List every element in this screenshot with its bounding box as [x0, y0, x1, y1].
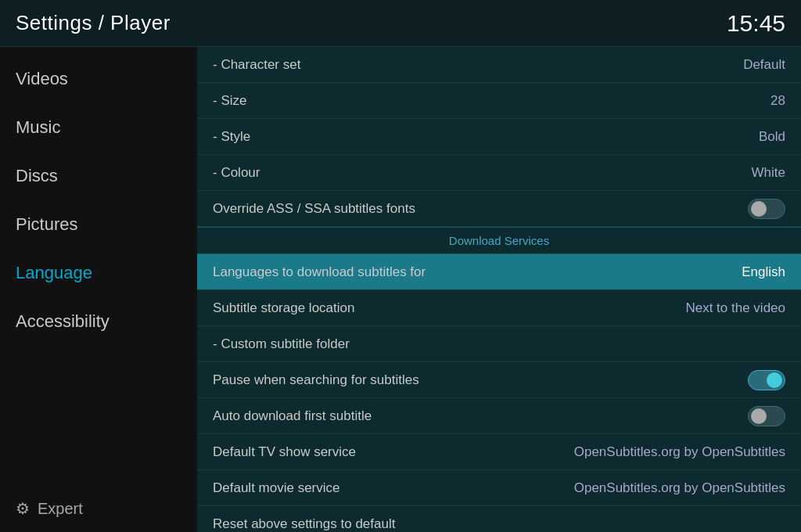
row-label: - Custom subtitle folder	[213, 336, 350, 352]
row-value: OpenSubtitles.org by OpenSubtitles	[574, 444, 785, 460]
row-label: Auto download first subtitle	[213, 408, 372, 424]
section-header-download: Download Services	[197, 227, 801, 254]
row-label: - Size	[213, 93, 246, 109]
row-label: Reset above settings to default	[213, 516, 395, 532]
toggle-knob	[767, 372, 782, 388]
sidebar-item-language[interactable]: Language	[0, 249, 197, 297]
toggle-auto-download[interactable]	[748, 406, 785, 426]
toggle-knob	[751, 408, 767, 424]
section-header-label: Download Services	[449, 234, 549, 247]
row-value: 28	[770, 93, 785, 109]
toggle-override-ass[interactable]	[748, 199, 785, 219]
toggle-knob	[751, 201, 767, 217]
sidebar: Videos Music Discs Pictures Language Acc…	[0, 47, 197, 532]
header: Settings / Player 15:45	[0, 0, 801, 47]
row-pause-searching[interactable]: Pause when searching for subtitles	[197, 362, 801, 398]
row-value: English	[742, 264, 785, 280]
sidebar-expert[interactable]: ⚙ Expert	[0, 485, 197, 532]
sidebar-item-music[interactable]: Music	[0, 103, 197, 152]
gear-icon: ⚙	[16, 499, 30, 518]
row-label: Default TV show service	[213, 444, 356, 460]
main-layout: Videos Music Discs Pictures Language Acc…	[0, 47, 801, 532]
row-custom-subtitle-folder[interactable]: - Custom subtitle folder	[197, 326, 801, 362]
sidebar-nav: Videos Music Discs Pictures Language Acc…	[0, 55, 197, 485]
row-label: Default movie service	[213, 480, 340, 496]
row-value: OpenSubtitles.org by OpenSubtitles	[574, 480, 785, 496]
sidebar-item-accessibility[interactable]: Accessibility	[0, 297, 197, 346]
row-override-ass[interactable]: Override ASS / SSA subtitles fonts	[197, 191, 801, 227]
row-label: Override ASS / SSA subtitles fonts	[213, 201, 415, 217]
toggle-pause-searching[interactable]	[748, 370, 785, 390]
row-value: Bold	[759, 129, 785, 145]
row-value: Next to the video	[685, 300, 785, 316]
sidebar-item-pictures[interactable]: Pictures	[0, 200, 197, 249]
page-title: Settings / Player	[16, 11, 171, 35]
content-area: - Character set Default - Size 28 - Styl…	[197, 47, 801, 532]
row-languages-download[interactable]: Languages to download subtitles for Engl…	[197, 254, 801, 290]
row-subtitle-storage[interactable]: Subtitle storage location Next to the vi…	[197, 290, 801, 326]
row-default-movie[interactable]: Default movie service OpenSubtitles.org …	[197, 470, 801, 506]
row-label: - Colour	[213, 165, 260, 181]
row-default-tv[interactable]: Default TV show service OpenSubtitles.or…	[197, 434, 801, 470]
sidebar-item-discs[interactable]: Discs	[0, 152, 197, 200]
clock: 15:45	[727, 10, 785, 37]
row-size[interactable]: - Size 28	[197, 83, 801, 119]
row-label: - Character set	[213, 57, 300, 73]
row-style[interactable]: - Style Bold	[197, 119, 801, 155]
row-label: - Style	[213, 129, 250, 145]
expert-label: Expert	[38, 500, 83, 518]
row-value: Default	[743, 57, 785, 73]
row-label: Pause when searching for subtitles	[213, 372, 419, 388]
row-character-set[interactable]: - Character set Default	[197, 47, 801, 83]
row-reset-settings[interactable]: Reset above settings to default	[197, 506, 801, 532]
row-colour[interactable]: - Colour White	[197, 155, 801, 191]
row-label: Languages to download subtitles for	[213, 264, 426, 280]
row-label: Subtitle storage location	[213, 300, 354, 316]
row-auto-download[interactable]: Auto download first subtitle	[197, 398, 801, 434]
sidebar-item-videos[interactable]: Videos	[0, 55, 197, 103]
row-value: White	[752, 165, 785, 181]
